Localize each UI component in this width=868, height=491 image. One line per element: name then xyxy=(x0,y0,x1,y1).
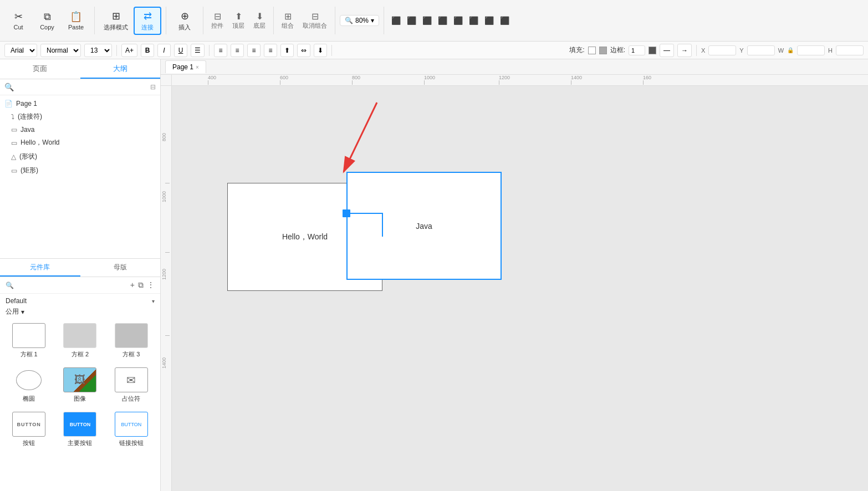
insert-button[interactable]: ⊕ 插入 xyxy=(171,8,198,34)
ungroup-button[interactable]: ⊟ 取消组合 xyxy=(299,9,330,32)
comp-image-thumb: 🖼 xyxy=(63,367,96,392)
y-input[interactable] xyxy=(747,45,775,55)
distribute-v-button[interactable]: ⬛ xyxy=(497,13,512,28)
comp-ellipse-thumb xyxy=(12,367,45,392)
stroke-style-button[interactable]: — xyxy=(660,44,674,57)
more-lib-button[interactable]: ⋮ xyxy=(147,280,155,290)
font-size-larger-button[interactable]: A+ xyxy=(121,44,137,57)
layer-shape[interactable]: △ (形状) xyxy=(0,150,160,163)
control-icon: ⊟ xyxy=(214,11,221,22)
tab-master[interactable]: 母版 xyxy=(80,259,161,277)
align-text-right-button[interactable]: ≡ xyxy=(247,44,261,57)
add-lib-button[interactable]: + xyxy=(130,280,135,290)
shape-label: (形状) xyxy=(19,152,37,161)
left-panel: 页面 大纲 🔍 ⊟ 📄 Page 1 ⤵ (连接符) ▭ Java xyxy=(0,59,161,491)
master-tab-label: 母版 xyxy=(114,263,127,272)
align-text-center-button[interactable]: ≡ xyxy=(231,44,244,57)
layer-rect[interactable]: ▭ (矩形) xyxy=(0,163,160,177)
layer-connector[interactable]: ⤵ (连接符) xyxy=(0,110,160,124)
comp-image-label: 图像 xyxy=(74,395,86,403)
rect-label: (矩形) xyxy=(21,166,38,175)
underline-button[interactable]: U xyxy=(174,44,187,57)
layer-hello-world[interactable]: ▭ Hello，World xyxy=(0,136,160,150)
format-divider-3 xyxy=(331,45,332,56)
h-input[interactable] xyxy=(836,45,864,55)
paste-label: Paste xyxy=(68,24,84,30)
control-button[interactable]: ⊟ 控件 xyxy=(208,9,227,32)
text-middle-button[interactable]: ⇔ xyxy=(297,44,310,57)
align-center-h-button[interactable]: ⬛ xyxy=(404,13,418,28)
align-bottom-rect-button[interactable]: ⬛ xyxy=(466,13,481,28)
bottom-layer-button[interactable]: ⬇ 底层 xyxy=(250,9,269,32)
comp-frame1[interactable]: 方框 1 xyxy=(6,321,52,361)
copy-button[interactable]: ⧉ Copy xyxy=(33,9,61,33)
comp-frame1-thumb xyxy=(12,323,45,348)
bold-button[interactable]: B xyxy=(141,44,154,57)
comp-link-button-thumb: BUTTON xyxy=(115,412,148,437)
search-input[interactable] xyxy=(16,83,148,91)
paste-button[interactable]: 📋 Paste xyxy=(62,8,90,33)
cut-button[interactable]: ✂ Cut xyxy=(4,8,32,33)
font-size-select[interactable]: 13 xyxy=(84,44,112,57)
stroke-color-box[interactable] xyxy=(649,47,656,54)
format-bar: Arial Normal 13 A+ B I U ☰ ≡ ≡ ≡ ≡ ⬆ ⇔ ⬇… xyxy=(0,42,868,59)
fill-color-box[interactable] xyxy=(588,47,596,54)
ruler-corner xyxy=(161,75,172,86)
comp-button[interactable]: BUTTON 按钮 xyxy=(6,410,52,449)
select-mode-button[interactable]: ⊞ 选择模式 xyxy=(99,8,132,34)
comp-image[interactable]: 🖼 图像 xyxy=(57,365,103,405)
tab-page[interactable]: 页面 xyxy=(0,59,80,79)
font-style-select[interactable]: Normal xyxy=(40,44,81,57)
align-text-left-button[interactable]: ≡ xyxy=(214,44,227,57)
w-input[interactable] xyxy=(797,45,825,55)
connect-button[interactable]: ⇄ 连接 xyxy=(134,7,161,35)
layer-java[interactable]: ▭ Java xyxy=(0,124,160,136)
x-label: X xyxy=(701,47,705,54)
comp-link-button[interactable]: BUTTON 链接按钮 xyxy=(108,410,155,449)
comp-ellipse[interactable]: 椭圆 xyxy=(6,365,52,405)
connect-label: 连接 xyxy=(141,23,154,32)
filter-icon[interactable]: ⊟ xyxy=(150,83,156,91)
copy-lib-button[interactable]: ⧉ xyxy=(138,280,144,290)
justify-button[interactable]: ≡ xyxy=(264,44,277,57)
top-layer-button[interactable]: ⬆ 顶层 xyxy=(229,9,248,32)
canvas-with-ruler: 400 600 800 1000 1200 1400 160 xyxy=(161,75,868,491)
select-mode-icon: ⊞ xyxy=(112,10,120,22)
zoom-control[interactable]: 🔍 80% ▾ xyxy=(340,15,379,26)
public-label: 公用 xyxy=(6,307,19,316)
java-shape[interactable]: Java xyxy=(346,172,502,280)
comp-search-input[interactable] xyxy=(16,282,130,289)
layer-page1[interactable]: 📄 Page 1 xyxy=(0,98,160,110)
canvas-tab-page1[interactable]: Page 1 × xyxy=(165,60,206,73)
comp-frame3[interactable]: 方框 3 xyxy=(108,321,155,361)
red-arrow-1 xyxy=(344,103,377,172)
stroke-width-input[interactable] xyxy=(629,45,645,55)
list-button[interactable]: ☰ xyxy=(191,44,205,57)
canvas-tab-close[interactable]: × xyxy=(196,64,199,70)
distribute-h-button[interactable]: ⬛ xyxy=(482,13,496,28)
comp-primary-button[interactable]: BUTTON 主要按钮 xyxy=(57,410,103,449)
canvas-tab-label: Page 1 xyxy=(172,63,193,71)
comp-frame3-thumb xyxy=(115,323,148,348)
x-input[interactable] xyxy=(708,45,736,55)
align-middle-v-button[interactable]: ⬛ xyxy=(451,13,465,28)
tab-component-lib[interactable]: 元件库 xyxy=(0,259,80,277)
stroke-end-button[interactable]: → xyxy=(677,44,692,57)
align-top-button[interactable]: ⬛ xyxy=(435,13,450,28)
public-arrow[interactable]: ▾ xyxy=(21,308,24,316)
comp-placeholder[interactable]: ✉ 占位符 xyxy=(108,365,155,405)
group-button[interactable]: ⊞ 组合 xyxy=(278,9,297,32)
text-bottom-button[interactable]: ⬇ xyxy=(314,44,327,57)
comp-frame2[interactable]: 方框 2 xyxy=(57,321,103,361)
align-left-button[interactable]: ⬛ xyxy=(389,13,403,28)
italic-button[interactable]: I xyxy=(157,44,171,57)
ruler-left: 800 1000 1200 1400 xyxy=(161,86,172,491)
font-family-select[interactable]: Arial xyxy=(4,44,37,57)
tab-outline[interactable]: 大纲 xyxy=(80,59,161,79)
align-right-button[interactable]: ⬛ xyxy=(420,13,434,28)
fill-opacity-box[interactable] xyxy=(599,47,607,54)
comp-primary-button-thumb: BUTTON xyxy=(63,412,96,437)
canvas-content[interactable]: Hello，World Java xyxy=(172,86,868,491)
comp-section-arrow[interactable]: ▾ xyxy=(152,298,155,304)
text-top-button[interactable]: ⬆ xyxy=(280,44,294,57)
